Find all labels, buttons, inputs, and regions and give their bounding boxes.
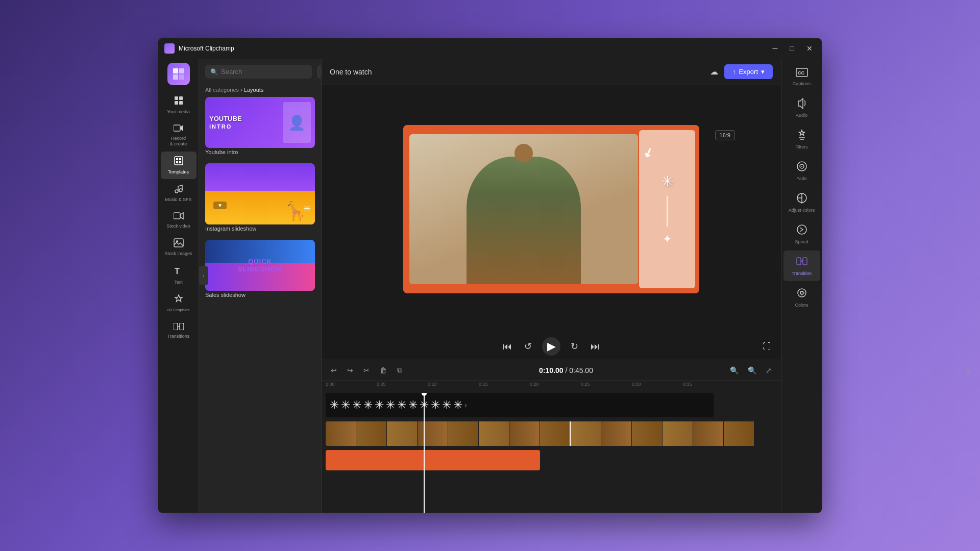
cut-button[interactable]: ✂ (360, 364, 373, 377)
svg-rect-4 (175, 96, 178, 100)
forward-button[interactable]: ↻ (569, 339, 580, 354)
timeline-time-display: 0:10.00 / 0:45.00 (409, 366, 723, 374)
template-instagram-slideshow[interactable]: 🦒 ✳ ▼ Instagram slideshow (205, 163, 315, 236)
video-cell-5 (448, 421, 479, 446)
undo-button[interactable]: ↩ (328, 364, 340, 377)
redo-button[interactable]: ↪ (344, 364, 356, 377)
sidebar-item-stock-images[interactable]: Stock images (161, 234, 197, 261)
video-cell-6 (479, 421, 509, 446)
right-panel-fade[interactable]: Fade (783, 156, 820, 186)
timeline-area: ↩ ↪ ✂ 🗑 ⧉ 0:10.00 / 0:45.00 🔍 🔍 ⤢ (322, 360, 781, 513)
svg-rect-20 (174, 323, 178, 330)
captions-icon: CC (796, 68, 808, 80)
sidebar-logo (167, 63, 190, 85)
svg-rect-12 (176, 161, 178, 163)
sidebar-item-music-sfx[interactable]: Music & SFX (161, 180, 197, 207)
skip-back-button[interactable]: ⏮ (501, 339, 514, 354)
fade-icon (796, 161, 807, 174)
playhead[interactable] (424, 393, 425, 513)
video-cell-1 (326, 421, 356, 446)
svg-rect-10 (176, 158, 178, 160)
sidebar-item-transitions[interactable]: Transitions (161, 318, 197, 343)
sidebar-item-text[interactable]: T Text (161, 262, 197, 289)
ruler-mark-35: 0:35 (683, 382, 692, 387)
breadcrumb-parent[interactable]: All categories (205, 87, 239, 93)
sidebar-label-stock-video: Stock video (166, 223, 190, 229)
ruler-mark-0: 0:00 (326, 382, 335, 387)
search-box: 🔍 (205, 65, 312, 79)
timeline-zoom: 🔍 🔍 ⤢ (727, 365, 775, 376)
snowflake-11: ✳ (442, 398, 451, 412)
right-panel-colors[interactable]: Colors (783, 282, 820, 313)
minimize-button[interactable]: ─ (770, 43, 781, 54)
project-title: One to watch (330, 68, 710, 76)
sidebar-label-graphics: 88 Graphics (167, 308, 189, 313)
export-label: Export (739, 68, 758, 76)
filters-icon (796, 129, 807, 143)
sidebar-item-your-media[interactable]: Your media (161, 91, 197, 119)
colors-label: Colors (795, 303, 808, 308)
snowflake-10: ✳ (431, 398, 440, 412)
track-overflow: › (464, 401, 467, 409)
sidebar-item-record-create[interactable]: Record & create (161, 120, 197, 151)
right-panel-filters[interactable]: Filters (783, 124, 820, 155)
sidebar-label-templates: Templates (168, 169, 189, 175)
ruler-mark-15: 0:15 (479, 382, 488, 387)
sidebar-item-graphics[interactable]: 88 Graphics (161, 290, 197, 317)
right-panel-adjust-colors[interactable]: Adjust colors (783, 187, 820, 218)
timeline-ruler: 0:00 0:05 0:10 0:15 0:20 0:25 0:30 0:35 (322, 381, 781, 393)
panel-collapse-button[interactable]: ‹ (199, 266, 208, 285)
sidebar-item-stock-video[interactable]: Stock video (161, 208, 197, 233)
color-track[interactable] (326, 450, 540, 470)
sales-slideshow-thumbnail: QUICKSLIDESHOW (205, 240, 315, 291)
transitions-icon (174, 322, 184, 333)
video-preview: ✳ ✦ ↙ 16:9 (322, 85, 781, 333)
fullscreen-button[interactable]: ⛶ (761, 340, 773, 353)
video-frame: ✳ ✦ ↙ (403, 125, 699, 293)
video-cell-7 (509, 421, 540, 446)
maximize-button[interactable]: □ (787, 43, 797, 54)
rewind-button[interactable]: ↺ (522, 339, 534, 354)
stock-video-icon (174, 212, 184, 222)
copy-button[interactable]: ⧉ (394, 364, 405, 377)
snowflake-track[interactable]: ✳ ✳ ✳ ✳ ✳ ✳ ✳ ✳ ✳ ✳ ✳ ✳ › (326, 393, 714, 417)
export-button[interactable]: ↑ Export ▾ (724, 64, 773, 79)
panel-search-area: 🔍 ≡ (199, 59, 321, 85)
snowflake-3: ✳ (352, 398, 361, 412)
right-panel-transition[interactable]: Transition (783, 251, 820, 281)
video-cell-12 (663, 421, 693, 446)
right-panel-captions[interactable]: CC Captions (783, 63, 820, 91)
aspect-ratio-badge[interactable]: 16:9 (715, 130, 735, 140)
template-youtube-intro[interactable]: YOUTUBE INTRO 👤 Youtube intro (205, 97, 315, 159)
skip-forward-button[interactable]: ⏭ (589, 339, 602, 354)
right-panel: CC Captions Audio Filters F (781, 59, 822, 513)
right-panel-speed[interactable]: Speed (783, 219, 820, 249)
delete-button[interactable]: 🗑 (377, 364, 390, 377)
svg-rect-16 (174, 213, 180, 219)
sidebar-label-stock-images: Stock images (164, 251, 192, 257)
zoom-in-button[interactable]: 🔍 (745, 365, 760, 376)
app-logo (164, 43, 175, 54)
close-button[interactable]: ✕ (803, 43, 816, 54)
search-input[interactable] (221, 68, 307, 76)
svg-rect-5 (179, 96, 183, 100)
template-sales-slideshow[interactable]: QUICKSLIDESHOW Sales slideshow (205, 240, 315, 302)
sync-icon[interactable]: ☁ (710, 67, 718, 77)
youtube-intro-thumbnail: YOUTUBE INTRO 👤 (205, 97, 315, 148)
colors-icon (796, 287, 807, 301)
fade-label: Fade (796, 176, 807, 181)
timeline-toolbar: ↩ ↪ ✂ 🗑 ⧉ 0:10.00 / 0:45.00 🔍 🔍 ⤢ (322, 360, 781, 381)
play-button[interactable]: ▶ (542, 337, 560, 356)
adjust-colors-label: Adjust colors (789, 208, 815, 213)
zoom-out-button[interactable]: 🔍 (727, 365, 742, 376)
stock-images-icon (174, 238, 184, 250)
center-area: One to watch ☁ ↑ Export ▾ (322, 59, 781, 513)
video-cell-14 (724, 421, 754, 446)
right-panel-audio[interactable]: Audio (783, 92, 820, 123)
svg-point-15 (179, 189, 182, 192)
snowflake-5: ✳ (375, 398, 384, 412)
sidebar-item-templates[interactable]: Templates (161, 152, 197, 179)
video-track[interactable] (326, 421, 775, 446)
captions-label: Captions (793, 81, 811, 86)
zoom-fit-button[interactable]: ⤢ (763, 365, 775, 376)
